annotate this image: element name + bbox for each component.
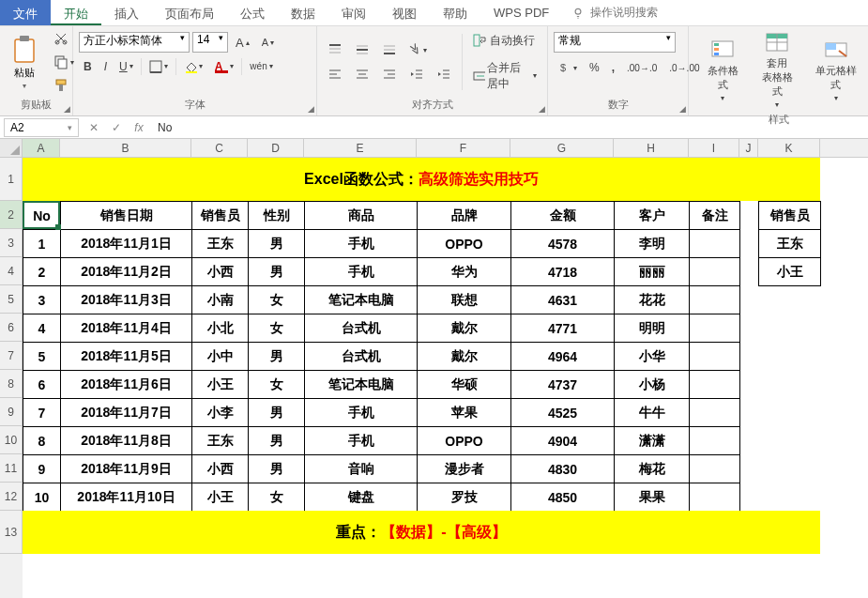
menu-WPS PDF[interactable]: WPS PDF — [480, 0, 562, 25]
data-cell[interactable]: 男 — [249, 258, 305, 286]
menu-插入[interactable]: 插入 — [101, 0, 152, 25]
menu-开始[interactable]: 开始 — [51, 0, 101, 25]
data-cell[interactable]: 台式机 — [305, 314, 418, 343]
data-cell[interactable]: 2018年11月1日 — [61, 230, 192, 258]
data-cell[interactable]: 2018年11月7日 — [61, 399, 192, 427]
data-cell[interactable]: 8 — [23, 427, 61, 455]
data-cell[interactable]: 4 — [23, 314, 61, 343]
align-top-button[interactable] — [323, 40, 347, 59]
data-cell[interactable]: 2018年11月10日 — [61, 483, 192, 512]
col-header-C[interactable]: C — [191, 139, 248, 157]
header-cell[interactable]: No — [23, 202, 61, 230]
data-cell[interactable]: 男 — [249, 399, 305, 427]
data-cell[interactable] — [690, 258, 740, 286]
data-cell[interactable]: 男 — [249, 343, 305, 371]
align-left-button[interactable] — [323, 65, 347, 84]
enter-formula-button[interactable]: ✓ — [105, 121, 128, 134]
menu-审阅[interactable]: 审阅 — [328, 0, 379, 25]
header-cell[interactable]: 销售日期 — [61, 202, 192, 230]
data-cell[interactable]: 苹果 — [418, 399, 511, 427]
bold-button[interactable]: B — [79, 57, 97, 76]
side-header-cell[interactable]: 销售员 — [759, 202, 821, 230]
data-cell[interactable]: 小中 — [192, 343, 249, 371]
data-cell[interactable]: 7 — [23, 399, 61, 427]
data-cell[interactable]: 4904 — [511, 427, 615, 455]
data-cell[interactable]: 华为 — [418, 258, 511, 286]
data-cell[interactable]: 小杨 — [615, 371, 690, 399]
data-cell[interactable]: 小西 — [192, 258, 249, 286]
data-cell[interactable]: 4578 — [511, 230, 615, 258]
underline-button[interactable]: U▾ — [114, 57, 138, 76]
data-cell[interactable]: 女 — [249, 286, 305, 314]
data-cell[interactable]: 笔记本电脑 — [305, 286, 418, 314]
data-cell[interactable]: 王东 — [192, 427, 249, 455]
data-cell[interactable]: 2018年11月3日 — [61, 286, 192, 314]
data-cell[interactable]: 漫步者 — [418, 455, 511, 483]
menu-帮助[interactable]: 帮助 — [430, 0, 480, 25]
data-cell[interactable]: 手机 — [305, 230, 418, 258]
data-cell[interactable]: 小王 — [192, 371, 249, 399]
data-cell[interactable]: 李明 — [615, 230, 690, 258]
data-cell[interactable]: 王东 — [192, 230, 249, 258]
align-center-button[interactable] — [350, 65, 374, 84]
number-launcher[interactable]: ◢ — [679, 104, 686, 114]
data-cell[interactable]: 3 — [23, 286, 61, 314]
data-cell[interactable]: 5 — [23, 343, 61, 371]
header-cell[interactable]: 客户 — [615, 202, 690, 230]
data-cell[interactable]: 2018年11月4日 — [61, 314, 192, 343]
row-header-4[interactable]: 4 — [0, 257, 23, 285]
data-cell[interactable]: 4771 — [511, 314, 615, 343]
fill-color-button[interactable]: ▾ — [179, 57, 207, 76]
tell-me-search[interactable]: 操作说明搜索 — [562, 0, 667, 25]
col-header-A[interactable]: A — [23, 139, 60, 157]
row-header-7[interactable]: 7 — [0, 342, 23, 370]
row-header-2[interactable]: 2 — [0, 201, 23, 229]
header-cell[interactable]: 商品 — [305, 202, 418, 230]
alignment-launcher[interactable]: ◢ — [539, 104, 545, 114]
data-cell[interactable] — [690, 343, 740, 371]
header-cell[interactable]: 销售员 — [192, 202, 249, 230]
data-cell[interactable]: 键盘 — [305, 483, 418, 512]
data-cell[interactable]: 牛牛 — [615, 399, 690, 427]
data-cell[interactable]: 手机 — [305, 258, 418, 286]
row-header-3[interactable]: 3 — [0, 229, 23, 257]
fx-button[interactable]: fx — [128, 121, 150, 134]
data-cell[interactable]: 手机 — [305, 399, 418, 427]
col-header-K[interactable]: K — [758, 139, 820, 157]
data-cell[interactable]: 女 — [249, 314, 305, 343]
select-all-button[interactable] — [0, 139, 23, 157]
data-cell[interactable]: 4737 — [511, 371, 615, 399]
increase-decimal-button[interactable]: .00→.0 — [622, 60, 662, 76]
border-button[interactable]: ▾ — [145, 57, 173, 76]
data-cell[interactable]: OPPO — [418, 427, 511, 455]
col-header-H[interactable]: H — [614, 139, 689, 157]
header-cell[interactable]: 品牌 — [418, 202, 511, 230]
data-cell[interactable]: 丽丽 — [615, 258, 690, 286]
row-header-5[interactable]: 5 — [0, 285, 23, 314]
data-cell[interactable] — [690, 483, 740, 512]
name-box[interactable]: A2▾ — [4, 118, 79, 137]
increase-indent-button[interactable] — [432, 65, 456, 84]
data-cell[interactable]: 戴尔 — [418, 343, 511, 371]
data-cell[interactable]: 小华 — [615, 343, 690, 371]
accounting-format-button[interactable]: $▾ — [554, 58, 582, 77]
data-cell[interactable]: 小王 — [192, 483, 249, 512]
data-cell[interactable]: 女 — [249, 483, 305, 512]
paste-button[interactable]: 粘贴 ▾ — [6, 32, 43, 92]
data-cell[interactable] — [690, 427, 740, 455]
data-cell[interactable]: 笔记本电脑 — [305, 371, 418, 399]
data-cell[interactable]: 手机 — [305, 427, 418, 455]
data-cell[interactable]: 台式机 — [305, 343, 418, 371]
data-cell[interactable] — [690, 314, 740, 343]
row-header-11[interactable]: 11 — [0, 454, 23, 483]
data-cell[interactable]: 10 — [23, 483, 61, 512]
row-header-1[interactable]: 1 — [0, 158, 23, 201]
cell-styles-button[interactable]: 单元格样式▾ — [809, 36, 862, 104]
data-cell[interactable]: 1 — [23, 230, 61, 258]
data-cell[interactable]: 男 — [249, 427, 305, 455]
percent-format-button[interactable]: % — [585, 58, 604, 77]
font-size-select[interactable]: 14▾ — [192, 32, 228, 53]
conditional-formatting-button[interactable]: 条件格式▾ — [700, 36, 745, 104]
data-cell[interactable]: 2018年11月9日 — [61, 455, 192, 483]
data-cell[interactable] — [690, 399, 740, 427]
